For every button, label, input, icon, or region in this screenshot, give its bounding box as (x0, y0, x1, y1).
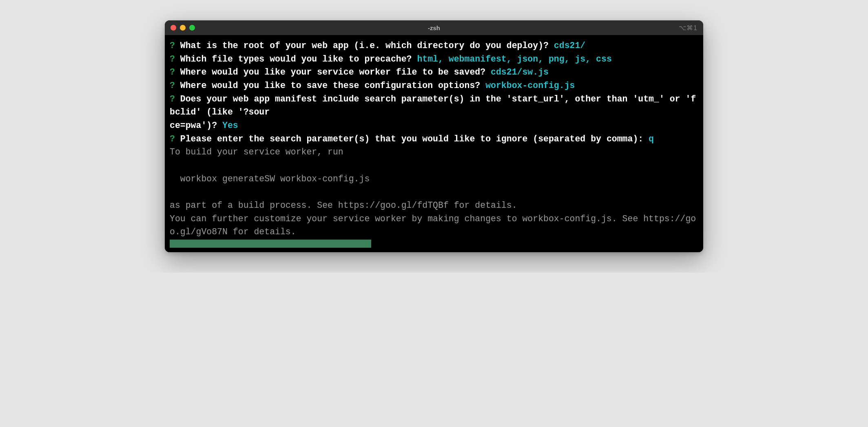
traffic-lights (170, 25, 195, 31)
prompt-line: ? Which file types would you like to pre… (170, 54, 612, 64)
prompt-answer: Yes (222, 121, 238, 130)
window-title: -zsh (165, 24, 703, 31)
prompt-question: Which file types would you like to preca… (175, 54, 417, 64)
prompt-answer: q (649, 134, 654, 144)
prompt-mark-icon: ? (170, 94, 175, 104)
prompt-mark-icon: ? (170, 54, 175, 64)
prompt-mark-icon: ? (170, 41, 175, 51)
prompt-line: ? Does your web app manifest include sea… (170, 94, 696, 130)
tab-shortcut-indicator: ⌥⌘1 (679, 24, 698, 32)
zoom-icon[interactable] (189, 25, 195, 31)
prompt-question: What is the root of your web app (i.e. w… (175, 41, 554, 51)
prompt-mark-icon: ? (170, 81, 175, 90)
titlebar: -zsh ⌥⌘1 (165, 20, 703, 35)
prompt-question: Where would you like to save these confi… (175, 81, 485, 90)
minimize-icon[interactable] (180, 25, 186, 31)
close-icon[interactable] (170, 25, 176, 31)
prompt-mark-icon: ? (170, 134, 175, 144)
prompt-answer: workbox-config.js (485, 81, 575, 90)
prompt-line: ? Where would you like to save these con… (170, 81, 575, 90)
prompt-line: ? What is the root of your web app (i.e.… (170, 41, 585, 51)
terminal-body[interactable]: ? What is the root of your web app (i.e.… (165, 35, 703, 252)
prompt-answer: cds21/sw.js (491, 67, 549, 77)
cursor-icon (170, 240, 371, 248)
prompt-line: ? Where would you like your service work… (170, 67, 549, 77)
prompt-question: Does your web app manifest include searc… (170, 94, 696, 130)
prompt-line: ? Please enter the search parameter(s) t… (170, 134, 654, 144)
prompt-question: Please enter the search parameter(s) tha… (175, 134, 649, 144)
prompt-answer: html, webmanifest, json, png, js, css (417, 54, 611, 64)
terminal-window: -zsh ⌥⌘1 ? What is the root of your web … (165, 20, 703, 252)
prompt-answer: cds21/ (554, 41, 585, 51)
prompt-mark-icon: ? (170, 67, 175, 77)
prompt-question: Where would you like your service worker… (175, 67, 491, 77)
info-output: To build your service worker, run workbo… (170, 147, 696, 237)
